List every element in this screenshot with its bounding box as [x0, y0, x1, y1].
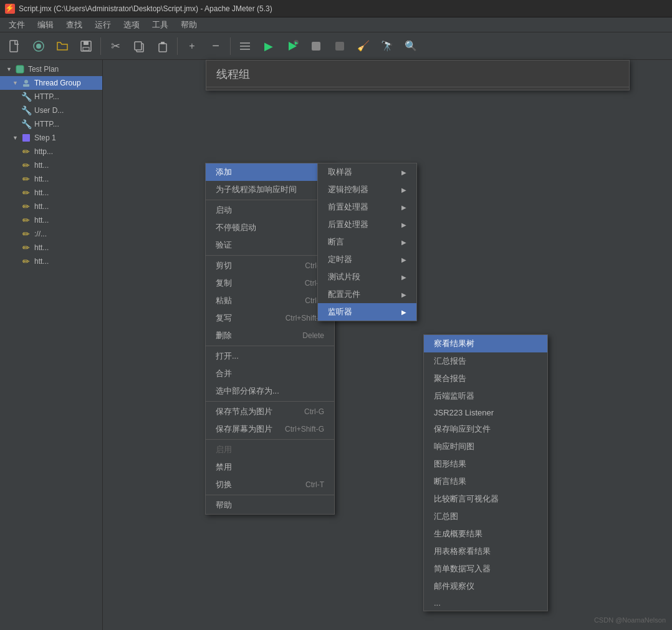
tree-item-http11[interactable]: ✏ htt...: [0, 254, 102, 268]
collapse-btn[interactable]: −: [204, 35, 227, 57]
copy-btn[interactable]: [128, 35, 150, 57]
menu-add-response-time[interactable]: 为子线程添加响应时间: [206, 181, 334, 198]
menu-run[interactable]: 运行: [89, 18, 117, 32]
tree-label-thread-group: Thread Group: [34, 79, 81, 87]
menu-cut[interactable]: 剪切 Ctrl-X: [206, 257, 334, 274]
submenu-pre-proc[interactable]: 前置处理器 ▶: [318, 198, 416, 216]
cut-btn[interactable]: ✂: [104, 35, 127, 57]
menu-toggle[interactable]: 切换 Ctrl-T: [206, 476, 334, 493]
menu-disable[interactable]: 禁用: [206, 458, 334, 476]
stop-btn[interactable]: [305, 35, 327, 57]
tree-label-step1: Step 1: [34, 133, 56, 142]
listener-resp-time[interactable]: 响应时间图: [424, 438, 547, 455]
submenu-test-frag[interactable]: 测试片段 ▶: [318, 268, 416, 286]
menu-find[interactable]: 查找: [60, 18, 89, 32]
listener-view-tree[interactable]: 察看结果树: [424, 335, 547, 352]
submenu-sampler[interactable]: 取样器 ▶: [318, 163, 416, 181]
tree-item-http4[interactable]: ✏ htt...: [0, 158, 102, 172]
listener-aggregate2[interactable]: 聚合报告: [424, 370, 547, 387]
stop-all-btn[interactable]: [329, 35, 351, 57]
tree-item-http5[interactable]: ✏ htt...: [0, 172, 102, 186]
listener-table-view[interactable]: 用表格察看结果: [424, 543, 547, 560]
listener-jsr223[interactable]: JSR223 Listener: [424, 405, 547, 420]
user-d-icon: 🔧: [21, 105, 31, 115]
menu-edit[interactable]: 编辑: [31, 18, 60, 32]
menu-save-node-img[interactable]: 保存节点为图片 Ctrl-G: [206, 403, 334, 420]
menu-no-pause[interactable]: 不停顿启动: [206, 219, 334, 236]
listener-compare[interactable]: 比较断言可视化器: [424, 490, 547, 508]
menu-merge[interactable]: 合并: [206, 365, 334, 382]
new-btn[interactable]: [4, 35, 26, 57]
step1-icon: [21, 133, 31, 143]
tree-item-http7[interactable]: ✏ htt...: [0, 200, 102, 213]
run-btn[interactable]: ▶: [257, 35, 280, 57]
templates-btn[interactable]: [27, 35, 50, 57]
save-btn[interactable]: [75, 35, 97, 57]
test-frag-arrow: ▶: [401, 274, 406, 281]
menu-start[interactable]: 启动: [206, 201, 334, 219]
tree-item-thread-group[interactable]: ▼ Thread Group: [0, 76, 102, 90]
tree-item-http9[interactable]: ✏ ://...: [0, 227, 102, 241]
submenu-logic[interactable]: 逻辑控制器 ▶: [318, 181, 416, 198]
sep2: [177, 37, 178, 55]
menu-copy[interactable]: 复制 Ctrl-C: [206, 274, 334, 292]
http3-icon: ✏: [21, 147, 31, 157]
tree-label-http2: HTTP...: [34, 120, 59, 128]
tree-item-http1[interactable]: 🔧 HTTP...: [0, 90, 102, 104]
submenu-timer[interactable]: 定时器 ▶: [318, 251, 416, 268]
svg-rect-17: [335, 42, 344, 51]
expand-btn[interactable]: +: [181, 35, 203, 57]
menu-open[interactable]: 打开...: [206, 347, 334, 365]
http11-icon: ✏: [21, 256, 31, 266]
timer-arrow: ▶: [401, 256, 406, 263]
listener-mail[interactable]: 邮件观察仪: [424, 578, 547, 595]
menu-help[interactable]: 帮助: [175, 18, 203, 32]
svg-point-19: [24, 80, 28, 84]
menu-validate[interactable]: 验证: [206, 236, 334, 254]
open-btn[interactable]: [51, 35, 74, 57]
submenu-post-proc[interactable]: 后置处理器 ▶: [318, 216, 416, 233]
http7-icon: ✏: [21, 201, 31, 211]
menu-add[interactable]: 添加 ▶: [206, 163, 334, 181]
search-btn[interactable]: 🔭: [376, 35, 398, 57]
tree-label-http11: htt...: [34, 257, 49, 266]
tree-item-user-d[interactable]: 🔧 User D...: [0, 104, 102, 117]
listener-assert[interactable]: 断言结果: [424, 473, 547, 490]
submenu-listener[interactable]: 监听器 ▶: [318, 303, 416, 321]
listener-simple-writer[interactable]: 简单数据写入器: [424, 560, 547, 578]
http5-icon: ✏: [21, 174, 31, 184]
menu-save-screen-img[interactable]: 保存屏幕为图片 Ctrl+Shift-G: [206, 420, 334, 438]
listener-more[interactable]: ...: [424, 595, 547, 611]
menu-tools[interactable]: 工具: [146, 18, 175, 32]
xcz-title: 线程组: [206, 64, 629, 87]
tree-item-http3[interactable]: ✏ http...: [0, 145, 102, 158]
listener-arrow: ▶: [401, 309, 406, 316]
listener-gen-summary[interactable]: 生成概要结果: [424, 525, 547, 543]
listener-graph[interactable]: 图形结果: [424, 455, 547, 473]
paste-btn[interactable]: [151, 35, 174, 57]
settings-btn[interactable]: [234, 35, 256, 57]
svg-rect-20: [23, 84, 29, 87]
tree-item-test-plan[interactable]: ▼ Test Plan: [0, 62, 102, 76]
zoom-btn[interactable]: 🔍: [400, 35, 422, 57]
clear-btn[interactable]: 🧹: [352, 35, 375, 57]
menu-file[interactable]: 文件: [2, 18, 31, 32]
menu-options[interactable]: 选项: [117, 18, 146, 32]
listener-save-resp[interactable]: 保存响应到文件: [424, 420, 547, 438]
menu-save-partial[interactable]: 选中部分保存为...: [206, 382, 334, 400]
tree-item-http8[interactable]: ✏ htt...: [0, 213, 102, 227]
listener-aggregate[interactable]: 汇总报告: [424, 352, 547, 370]
tree-item-http2[interactable]: 🔧 HTTP...: [0, 117, 102, 131]
tree-item-http6[interactable]: ✏ htt...: [0, 186, 102, 200]
menu-paste[interactable]: 粘贴 Ctrl-V: [206, 292, 334, 309]
menu-delete[interactable]: 删除 Delete: [206, 327, 334, 344]
menu-help[interactable]: 帮助: [206, 497, 334, 514]
listener-backend[interactable]: 后端监听器: [424, 387, 547, 405]
tree-item-step1[interactable]: ▼ Step 1: [0, 131, 102, 145]
tree-item-http10[interactable]: ✏ htt...: [0, 241, 102, 254]
submenu-config[interactable]: 配置元件 ▶: [318, 286, 416, 303]
menu-duplicate[interactable]: 复写 Ctrl+Shift-C: [206, 309, 334, 327]
run-node-btn[interactable]: ▶: [281, 35, 304, 57]
submenu-assertion[interactable]: 断言 ▶: [318, 233, 416, 251]
listener-summary-chart[interactable]: 汇总图: [424, 508, 547, 525]
